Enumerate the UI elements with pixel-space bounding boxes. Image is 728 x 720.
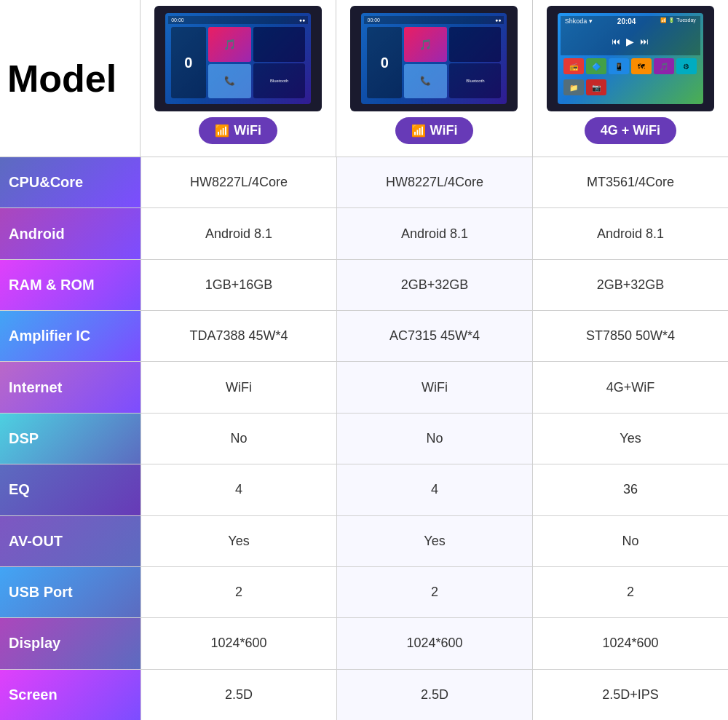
product-1-badge: 📶 WiFi (199, 117, 277, 144)
row-cell-5-0: No (141, 414, 336, 464)
model-title-cell: Model (0, 0, 141, 157)
table-row: DSPNoNoYes (0, 414, 728, 464)
table-row: EQ4436 (0, 464, 728, 515)
row-cell-8-1: 2 (336, 567, 532, 617)
row-header-ram---rom: RAM & ROM (0, 260, 141, 310)
row-cell-6-1: 4 (336, 464, 532, 515)
table-row: CPU&CoreHW8227L/4CoreHW8227L/4CoreMT3561… (0, 157, 728, 208)
row-header-screen: Screen (0, 670, 141, 720)
product-3-device-image: Shkoda ▾ 20:04 📶 🔋 Tuesday ⏮ ▶ ⏭ 📻 🔷 (547, 6, 714, 111)
table-row: Display1024*6001024*6001024*600 (0, 618, 728, 669)
row-cell-2-0: 1GB+16GB (141, 260, 336, 310)
row-header-internet: Internet (0, 362, 141, 412)
table-row: Screen2.5D2.5D2.5D+IPS (0, 670, 728, 720)
product-2-badge: 📶 WiFi (395, 117, 474, 144)
row-cell-8-2: 2 (532, 567, 728, 617)
row-cell-6-2: 36 (532, 464, 728, 515)
row-cell-6-0: 4 (141, 464, 336, 515)
page: Model 00:00●● 0 🎵 📞 (0, 0, 728, 720)
product-1-device-image: 00:00●● 0 🎵 📞 Bluetooth (154, 6, 322, 111)
row-cell-10-1: 2.5D (336, 670, 532, 720)
table-row: Amplifier ICTDA7388 45W*4AC7315 45W*4ST7… (0, 311, 728, 362)
table-row: AndroidAndroid 8.1Android 8.1Android 8.1 (0, 208, 728, 259)
row-cell-10-0: 2.5D (141, 670, 336, 720)
row-header-cpu-core: CPU&Core (0, 157, 141, 207)
wifi-icon-1: 📶 (215, 124, 229, 138)
row-header-display: Display (0, 618, 141, 668)
row-cell-3-2: ST7850 50W*4 (532, 311, 728, 361)
wifi-icon-2: 📶 (411, 124, 426, 138)
row-header-android: Android (0, 208, 141, 258)
row-cell-4-1: WiFi (336, 362, 532, 412)
page-title: Model (7, 57, 116, 100)
row-header-av-out: AV-OUT (0, 516, 141, 566)
row-cell-3-1: AC7315 45W*4 (336, 311, 532, 361)
row-cell-8-0: 2 (141, 567, 336, 617)
row-cell-5-2: Yes (532, 414, 728, 464)
table-row: RAM & ROM1GB+16GB2GB+32GB2GB+32GB (0, 260, 728, 311)
row-cell-0-0: HW8227L/4Core (141, 157, 336, 207)
row-cell-4-2: 4G+WiF (532, 362, 728, 412)
row-cell-7-1: Yes (336, 516, 532, 566)
row-header-amplifier-ic: Amplifier IC (0, 311, 141, 361)
row-cell-0-1: HW8227L/4Core (336, 157, 532, 207)
table-row: USB Port222 (0, 567, 728, 618)
product-2-screen: 00:00●● 0 🎵 📞 Bluetooth (361, 13, 507, 104)
row-cell-1-1: Android 8.1 (336, 208, 532, 258)
row-header-usb-port: USB Port (0, 567, 141, 617)
product-1-image-cell: 00:00●● 0 🎵 📞 Bluetooth (141, 0, 336, 157)
row-cell-5-1: No (336, 414, 532, 464)
row-header-dsp: DSP (0, 414, 141, 464)
row-cell-9-1: 1024*600 (336, 618, 532, 668)
product-2-image-cell: 00:00●● 0 🎵 📞 Bluetooth (336, 0, 532, 157)
product-3-badge-label: 4G + WiFi (601, 123, 660, 138)
product-3-screen: Shkoda ▾ 20:04 📶 🔋 Tuesday ⏮ ▶ ⏭ 📻 🔷 (558, 13, 703, 104)
table-row: InternetWiFiWiFi4G+WiF (0, 362, 728, 413)
row-cell-7-0: Yes (141, 516, 336, 566)
row-cell-1-2: Android 8.1 (532, 208, 728, 258)
row-header-eq: EQ (0, 464, 141, 515)
product-2-device-image: 00:00●● 0 🎵 📞 Bluetooth (350, 6, 518, 111)
row-cell-2-2: 2GB+32GB (532, 260, 728, 310)
row-cell-2-1: 2GB+32GB (336, 260, 532, 310)
row-cell-10-2: 2.5D+IPS (532, 670, 728, 720)
row-cell-4-0: WiFi (141, 362, 336, 412)
product-3-badge: 4G + WiFi (585, 117, 676, 144)
table-row: AV-OUTYesYesNo (0, 516, 728, 567)
row-cell-1-0: Android 8.1 (141, 208, 336, 258)
row-cell-9-2: 1024*600 (532, 618, 728, 668)
row-cell-7-2: No (532, 516, 728, 566)
product-1-screen: 00:00●● 0 🎵 📞 Bluetooth (165, 13, 311, 104)
row-cell-9-0: 1024*600 (141, 618, 336, 668)
top-section: Model 00:00●● 0 🎵 📞 (0, 0, 728, 157)
product-1-badge-label: WiFi (234, 123, 261, 138)
product-2-badge-label: WiFi (430, 123, 458, 138)
row-cell-3-0: TDA7388 45W*4 (141, 311, 336, 361)
comparison-table: CPU&CoreHW8227L/4CoreHW8227L/4CoreMT3561… (0, 157, 728, 720)
product-3-image-cell: Shkoda ▾ 20:04 📶 🔋 Tuesday ⏮ ▶ ⏭ 📻 🔷 (533, 0, 728, 157)
row-cell-0-2: MT3561/4Core (532, 157, 728, 207)
